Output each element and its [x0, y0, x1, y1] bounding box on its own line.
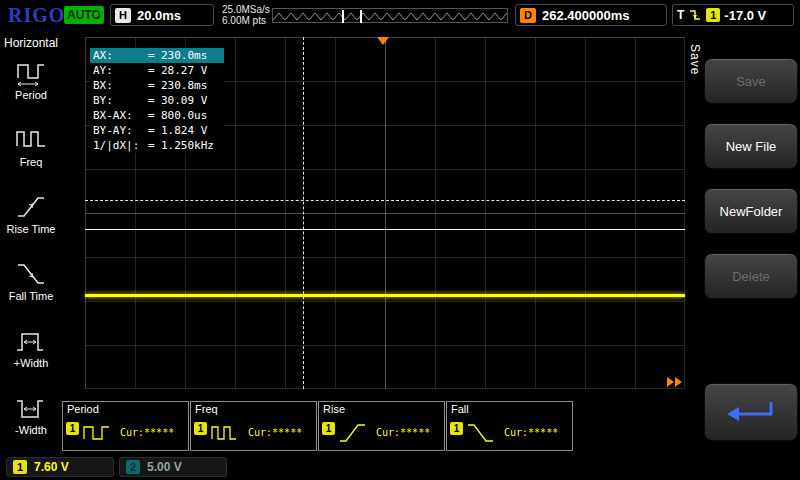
oscilloscope-screen: RIGOL AUTO H 20.0ms 25.0MSa/s 6.00M pts … — [0, 0, 800, 480]
measurement-panel-fall: Fall 1 Cur:***** Avg:***** Max:***** Min… — [446, 401, 573, 451]
rise-waveform-icon — [338, 420, 368, 446]
acquisition-info: 25.0MSa/s 6.00M pts — [222, 4, 270, 26]
grid-center-horizontal — [85, 213, 685, 214]
measurement-panel-rise: Rise 1 Cur:***** Avg:***** Max:***** Min… — [318, 401, 445, 451]
cursor-row-byay: BY-AY: = 1.824 V — [90, 123, 224, 138]
channel2-badge: 2 — [126, 460, 140, 474]
waveform-memory-preview — [272, 8, 508, 23]
freq-icon — [14, 125, 48, 155]
channel1-scale: 7.60 V — [34, 460, 69, 474]
sidebar-item-pos-width[interactable]: +Width — [0, 326, 62, 369]
cursor-row-ay: AY: = 28.27 V — [90, 63, 224, 78]
channel1-status[interactable]: 1 7.60 V — [6, 457, 114, 477]
softkey-menu: Save Save New File NewFolder Delete — [686, 30, 800, 455]
sidebar-item-label: Rise Time — [0, 223, 62, 235]
channel-badge: 1 — [450, 422, 463, 435]
channel-badge: 1 — [66, 422, 79, 435]
timebase-value: 20.0ms — [137, 8, 181, 23]
channel-badge: 1 — [322, 422, 335, 435]
sidebar-item-label: Period — [0, 89, 62, 101]
return-arrow-icon — [723, 398, 779, 426]
rise-time-icon — [14, 192, 48, 222]
measure-sidebar: Horizontal Period Freq Rise Time — [0, 30, 62, 455]
sample-rate: 25.0MSa/s — [222, 4, 270, 15]
measurement-cur: Cur:***** — [504, 427, 558, 439]
cursor-line-ax-bx[interactable] — [303, 37, 304, 389]
cursor-row-bx: BX: = 230.8ms — [90, 78, 224, 93]
new-folder-button[interactable]: NewFolder — [704, 188, 798, 234]
menu-tab-save: Save — [688, 44, 702, 75]
trigger-level-value: -17.0 V — [724, 8, 766, 23]
cursor-label: AY: — [93, 63, 148, 78]
delay-d-badge: D — [520, 8, 536, 23]
memory-waveform-icon — [273, 10, 507, 23]
run-status-badge: AUTO — [64, 6, 104, 24]
cursor-label: BX-AX: — [93, 108, 148, 123]
cursor-measurement-box: AX: = 230.0ms AY: = 28.27 V BX: = 230.8m… — [90, 48, 224, 153]
measurement-readout-row: Period 1 Cur:***** Avg:***** Max:***** M… — [62, 401, 574, 451]
cursor-value: 800.0us — [161, 108, 207, 123]
channel-status-bar: 1 7.60 V 2 5.00 V — [0, 455, 800, 480]
cursor-row-ax: AX: = 230.0ms — [90, 48, 224, 63]
equals-sign: = — [148, 93, 161, 108]
measurement-title: Rise — [323, 403, 345, 415]
cursor-row-inv-dx: 1/|dX|: = 1.250kHz — [90, 138, 224, 153]
minus-width-icon — [14, 393, 48, 423]
cursor-label: BX: — [93, 78, 148, 93]
trigger-status-group[interactable]: T 1 -17.0 V — [672, 4, 794, 26]
cursor-value: 28.27 V — [161, 63, 207, 78]
measurement-title: Fall — [451, 403, 469, 415]
cursor-value: 1.824 V — [161, 123, 207, 138]
cursor-row-bxax: BX-AX: = 800.0us — [90, 108, 224, 123]
measurement-title: Freq — [195, 403, 218, 415]
horizontal-timebase-group[interactable]: H 20.0ms — [110, 4, 214, 26]
equals-sign: = — [148, 108, 161, 123]
cursor-value: 1.250kHz — [161, 138, 214, 153]
memory-depth: 6.00M pts — [222, 15, 270, 26]
freq-waveform-icon — [210, 420, 240, 446]
measurement-panel-period: Period 1 Cur:***** Avg:***** Max:***** M… — [62, 401, 189, 451]
equals-sign: = — [148, 63, 161, 78]
cursor-label: BY-AY: — [93, 123, 148, 138]
sidebar-item-period[interactable]: Period — [0, 58, 62, 101]
equals-sign: = — [148, 78, 161, 93]
channel-badge: 1 — [194, 422, 207, 435]
trigger-t-label: T — [677, 8, 684, 22]
trigger-position-marker[interactable] — [377, 37, 389, 45]
channel2-status[interactable]: 2 5.00 V — [119, 457, 227, 477]
cursor-value: 230.8ms — [161, 78, 207, 93]
measurement-cur: Cur:***** — [120, 427, 174, 439]
plus-width-icon — [14, 326, 48, 356]
channel1-badge: 1 — [13, 460, 27, 474]
measurement-title: Period — [67, 403, 99, 415]
cursor-label: 1/|dX|: — [93, 138, 148, 153]
cursor-line-by[interactable] — [85, 229, 685, 230]
new-file-button[interactable]: New File — [704, 123, 798, 169]
falling-edge-icon — [688, 8, 702, 22]
horizontal-h-badge: H — [115, 8, 131, 23]
sidebar-item-label: Freq — [0, 156, 62, 168]
trigger-level-offscreen-indicator — [667, 377, 682, 387]
sidebar-item-label: -Width — [0, 424, 62, 436]
equals-sign: = — [148, 48, 161, 63]
cursor-line-ay[interactable] — [85, 200, 685, 201]
delete-button[interactable]: Delete — [704, 253, 798, 299]
measurement-cur: Cur:***** — [248, 427, 302, 439]
sidebar-item-rise-time[interactable]: Rise Time — [0, 192, 62, 235]
cursor-label: AX: — [93, 48, 148, 63]
channel1-trace — [85, 294, 685, 297]
sidebar-item-freq[interactable]: Freq — [0, 125, 62, 168]
trigger-source-badge: 1 — [706, 8, 720, 22]
trigger-delay-group[interactable]: D 262.400000ms — [515, 4, 667, 26]
save-button[interactable]: Save — [704, 58, 798, 104]
return-button[interactable] — [704, 383, 798, 441]
fall-time-icon — [14, 259, 48, 289]
cursor-value: 230.0ms — [161, 48, 207, 63]
sidebar-item-fall-time[interactable]: Fall Time — [0, 259, 62, 302]
sidebar-item-neg-width[interactable]: -Width — [0, 393, 62, 436]
waveform-display-area: AX: = 230.0ms AY: = 28.27 V BX: = 230.8m… — [85, 37, 685, 389]
delay-value: 262.400000ms — [542, 8, 629, 23]
channel2-scale: 5.00 V — [147, 460, 182, 474]
period-waveform-icon — [82, 420, 112, 446]
cursor-row-by: BY: = 30.09 V — [90, 93, 224, 108]
